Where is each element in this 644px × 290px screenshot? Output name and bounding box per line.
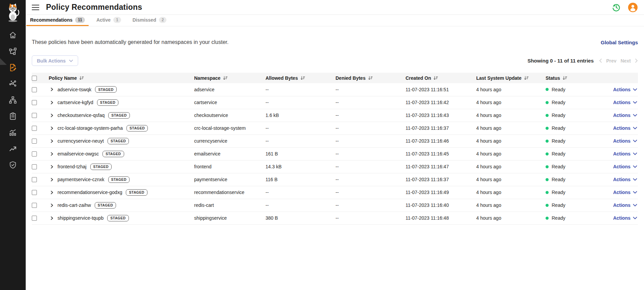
column-header-allowed-bytes[interactable]: Allowed Bytes (265, 73, 335, 83)
sidebar-item-security[interactable] (0, 160, 26, 169)
actions-button[interactable]: Actions (613, 113, 637, 118)
sidebar-item-hierarchy[interactable] (0, 95, 26, 104)
chevron-down-icon (633, 178, 637, 181)
column-header-policy-name[interactable]: Policy Name (48, 73, 193, 83)
home-icon (8, 31, 17, 40)
actions-button[interactable]: Actions (613, 100, 637, 105)
expand-chevron-icon[interactable] (50, 100, 54, 105)
cell-allowed-bytes: 380 B (265, 212, 335, 224)
row-checkbox[interactable] (32, 151, 37, 156)
expand-chevron-icon[interactable] (50, 152, 54, 156)
sort-icon[interactable] (433, 76, 438, 80)
cell-allowed-bytes: -- (265, 135, 335, 147)
column-header-namespace[interactable]: Namespace (193, 73, 265, 83)
select-all-checkbox[interactable] (32, 76, 37, 81)
expand-chevron-icon[interactable] (50, 216, 54, 220)
history-button[interactable] (611, 2, 622, 13)
row-checkbox[interactable] (32, 190, 37, 195)
global-settings-link[interactable]: Global Settings (601, 40, 638, 45)
staged-badge: STAGED (95, 86, 116, 93)
sort-icon[interactable] (79, 76, 84, 80)
app-logo[interactable] (0, 0, 26, 24)
sort-icon[interactable] (368, 76, 373, 80)
bulk-actions-button[interactable]: Bulk Actions (32, 55, 78, 66)
expand-chevron-icon[interactable] (50, 190, 54, 195)
expand-chevron-icon[interactable] (50, 203, 54, 208)
expand-chevron-icon[interactable] (50, 139, 54, 143)
status-text: Ready (552, 190, 565, 195)
cell-last-system-update: 4 hours ago (476, 109, 545, 122)
sidebar-item-topology[interactable] (0, 47, 26, 56)
table-row: adservice-tswqk STAGED adservice -- -- 1… (32, 83, 638, 96)
row-checkbox[interactable] (32, 177, 37, 182)
actions-button[interactable]: Actions (613, 151, 637, 156)
actions-button[interactable]: Actions (613, 87, 637, 92)
cell-last-system-update: 4 hours ago (476, 96, 545, 109)
next-button[interactable]: Next (621, 58, 631, 64)
sitemap-icon (8, 96, 17, 104)
row-checkbox[interactable] (32, 113, 37, 118)
row-checkbox[interactable] (32, 203, 37, 208)
sort-icon[interactable] (524, 76, 529, 80)
cell-denied-bytes: -- (335, 83, 405, 96)
actions-button[interactable]: Actions (613, 125, 637, 131)
cell-last-system-update: 4 hours ago (476, 186, 545, 199)
table-row: paymentservice-cznxk STAGED paymentservi… (32, 173, 638, 186)
column-header-last-system-update[interactable]: Last System Update (476, 73, 545, 83)
menu-button[interactable] (32, 4, 39, 10)
sidebar-item-network-graph[interactable] (0, 79, 26, 88)
table-row: cartservice-kgfyd STAGED cartservice -- … (32, 96, 638, 109)
column-header-label: Denied Bytes (336, 75, 366, 81)
sidebar-item-reports[interactable] (0, 112, 26, 121)
cell-namespace: crc-local-storage-system (193, 122, 265, 135)
row-checkbox[interactable] (32, 87, 37, 92)
expand-chevron-icon[interactable] (50, 113, 54, 118)
expand-chevron-icon[interactable] (50, 177, 54, 182)
user-avatar-button[interactable] (628, 2, 638, 13)
actions-button[interactable]: Actions (613, 138, 637, 144)
sidebar-item-trends[interactable] (0, 144, 26, 153)
column-header-label: Allowed Bytes (266, 75, 298, 81)
cell-allowed-bytes: 1.6 kB (265, 109, 335, 122)
status-text: Ready (552, 177, 565, 182)
cell-created-on: 11-07-2023 11:16:48 (405, 212, 476, 224)
row-checkbox[interactable] (32, 216, 37, 221)
expand-chevron-icon[interactable] (50, 126, 54, 130)
tab-dismissed[interactable]: Dismissed 2 (129, 15, 170, 26)
actions-button[interactable]: Actions (613, 177, 637, 182)
sidebar-item-home[interactable] (0, 30, 26, 40)
sidebar-item-monitoring[interactable] (0, 128, 26, 137)
tab-count-badge: 11 (75, 17, 85, 23)
prev-button[interactable]: Prev (606, 58, 616, 64)
chevron-left-icon[interactable] (599, 58, 602, 63)
sidebar (0, 0, 26, 290)
cell-last-system-update: 4 hours ago (476, 173, 545, 186)
expand-chevron-icon[interactable] (50, 165, 54, 169)
actions-button[interactable]: Actions (613, 164, 637, 169)
chevron-right-icon[interactable] (635, 58, 638, 63)
sort-icon[interactable] (223, 76, 228, 80)
actions-column-header (607, 73, 638, 83)
cell-namespace: redis-cart (193, 199, 265, 212)
tab-active[interactable]: Active 1 (93, 15, 125, 26)
row-checkbox[interactable] (32, 100, 37, 105)
expand-chevron-icon[interactable] (50, 87, 54, 92)
sort-icon[interactable] (300, 76, 305, 80)
tab-recommendations[interactable]: Recommendations 11 (26, 15, 89, 26)
cell-namespace: adservice (193, 83, 265, 96)
row-checkbox[interactable] (32, 139, 37, 144)
actions-button[interactable]: Actions (613, 215, 637, 221)
row-checkbox[interactable] (32, 126, 37, 131)
sidebar-item-policy-recommendations[interactable] (0, 63, 26, 72)
sort-icon[interactable] (562, 76, 567, 80)
column-header-created-on[interactable]: Created On (405, 73, 476, 83)
actions-button[interactable]: Actions (613, 190, 637, 195)
table-row: redis-cart-zaihw STAGED redis-cart -- --… (32, 199, 638, 212)
cell-allowed-bytes: -- (265, 96, 335, 109)
actions-button[interactable]: Actions (613, 202, 637, 208)
table-row: emailservice-owgsc STAGED emailservice 1… (32, 147, 638, 160)
column-header-status[interactable]: Status (545, 73, 607, 83)
chevron-down-icon (633, 217, 637, 219)
column-header-denied-bytes[interactable]: Denied Bytes (335, 73, 405, 83)
row-checkbox[interactable] (32, 164, 37, 169)
